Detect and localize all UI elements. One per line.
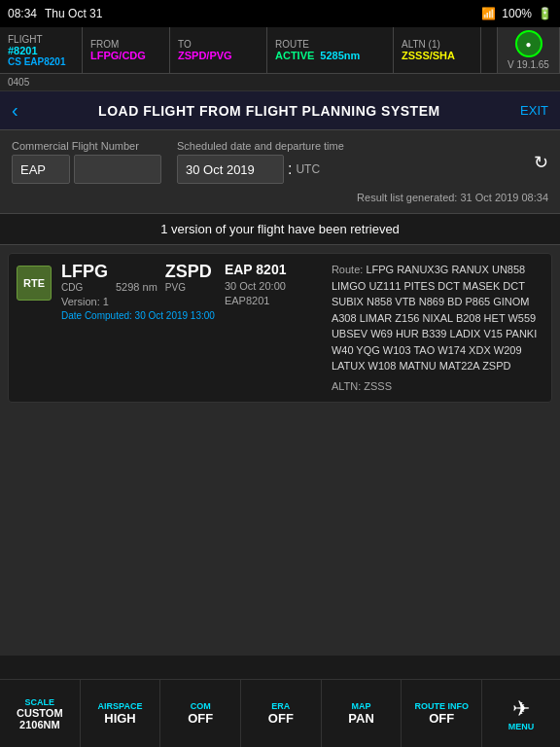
altn-value: ZSSS/SHA: [402, 50, 472, 61]
airspace-button[interactable]: AIRSPACE HIGH: [81, 680, 161, 747]
flight-callsign: CS EAP8201: [8, 56, 74, 67]
status-day: Thu Oct 31: [45, 7, 102, 20]
flight-bar: FLIGHT #8201 CS EAP8201 FROM LFPG/CDG TO…: [0, 27, 560, 74]
altn-detail: ALTN: ZSSS: [332, 378, 543, 395]
origin-code: LFPG: [61, 262, 108, 282]
map-label: MAP: [352, 701, 371, 711]
to-label: TO: [178, 39, 259, 50]
era-button[interactable]: ERA OFF: [241, 680, 322, 747]
from-cell: FROM LFPG/CDG: [83, 27, 170, 73]
date-computed: Date Computed: 30 Oct 2019 13:00: [61, 310, 215, 321]
header-bar: ‹ LOAD FLIGHT FROM FLIGHT PLANNING SYSTE…: [0, 91, 560, 130]
main-content: ‹ LOAD FLIGHT FROM FLIGHT PLANNING SYSTE…: [0, 91, 560, 656]
flight-label: FLIGHT: [8, 34, 74, 45]
com-value: OFF: [188, 711, 213, 726]
result-callsign: EAP8201: [225, 295, 322, 306]
route-distance: 5285nm: [320, 50, 360, 61]
back-button[interactable]: ‹: [12, 99, 18, 122]
search-form: Commercial Flight Number Scheduled date …: [0, 130, 560, 214]
scroll-indicator: 0405: [8, 77, 29, 88]
scale-label: SCALE: [25, 697, 55, 707]
map-value: PAN: [348, 711, 373, 726]
flight-number: #8201: [8, 45, 74, 56]
dest-sub: PVG: [165, 282, 212, 293]
airspace-label: AIRSPACE: [98, 701, 143, 711]
callsign-input[interactable]: [12, 155, 70, 184]
status-message: 1 version of your flight have been retri…: [0, 214, 560, 245]
status-time: 08:34: [8, 7, 37, 20]
route-distance: 5298 nm: [116, 281, 158, 293]
version-circle-icon: ●: [515, 30, 542, 57]
refresh-button[interactable]: ↻: [534, 152, 548, 173]
altn-cell: ALTN (1) ZSSS/SHA: [394, 27, 481, 73]
route-detail-label: Route:: [332, 264, 363, 275]
menu-label: MENU: [508, 722, 535, 731]
route-status: ACTIVE: [275, 50, 314, 61]
to-cell: TO ZSPD/PVG: [170, 27, 267, 73]
route-info-button[interactable]: ROUTE INFO OFF: [402, 680, 482, 747]
from-label: FROM: [90, 39, 161, 50]
route-cell: ROUTE ACTIVE 5285nm: [267, 27, 394, 73]
date-input[interactable]: [177, 155, 284, 184]
wifi-icon: 📶: [481, 7, 496, 20]
com-label: COM: [191, 701, 211, 711]
battery-text: 100%: [502, 7, 532, 20]
map-button[interactable]: MAP PAN: [322, 680, 402, 747]
bottom-toolbar: SCALE CUSTOM2106NM AIRSPACE HIGH COM OFF…: [0, 679, 560, 747]
utc-label: UTC: [296, 162, 320, 176]
scale-value: CUSTOM2106NM: [17, 707, 62, 730]
flight-number-field-group: Commercial Flight Number: [12, 140, 161, 184]
flight-route-detail: Route: LFPG RANUX3G RANUX UN858 LIMGO UZ…: [332, 262, 543, 394]
route-detail-text: LFPG RANUX3G RANUX UN858 LIMGO UZ111 PIT…: [332, 264, 537, 372]
flight-detail-center: EAP 8201 30 Oct 20:00 EAP8201: [225, 262, 322, 394]
from-value: LFPG/CDG: [90, 50, 161, 61]
route-info-label: ROUTE INFO: [414, 701, 469, 711]
flight-detail-left: LFPG CDG 5298 nm ZSPD PVG Version: 1 Dat…: [61, 262, 215, 394]
status-bar: 08:34 Thu Oct 31 📶 100% 🔋: [0, 0, 560, 27]
flight-number-input[interactable]: [74, 155, 161, 184]
battery-icon: 🔋: [538, 7, 552, 20]
route-info-value: OFF: [429, 711, 454, 726]
menu-plane-icon: ✈: [512, 696, 530, 722]
result-flight-number: EAP 8201: [225, 262, 322, 277]
result-list-text: Result list generated: 31 Oct 2019 08:34: [357, 192, 548, 203]
route-label: ROUTE: [275, 39, 385, 50]
com-button[interactable]: COM OFF: [160, 680, 241, 747]
era-value: OFF: [268, 711, 294, 726]
scale-button[interactable]: SCALE CUSTOM2106NM: [0, 680, 81, 747]
scroll-bar: 0405: [0, 74, 560, 91]
altn-label: ALTN (1): [402, 39, 472, 50]
flight-info-cell: FLIGHT #8201 CS EAP8201: [0, 27, 83, 73]
scheduled-date-label: Scheduled date and departure time: [177, 140, 344, 152]
era-label: ERA: [271, 701, 290, 711]
to-value: ZSPD/PVG: [178, 50, 259, 61]
version-cell: ● V 19.1.65: [497, 27, 560, 73]
date-time-field-group: Scheduled date and departure time : UTC: [177, 140, 344, 184]
origin-sub: CDG: [61, 282, 108, 293]
result-flight-date: 30 Oct 20:00: [225, 280, 322, 292]
page-title: LOAD FLIGHT FROM FLIGHT PLANNING SYSTEM: [98, 103, 440, 119]
airports-row: LFPG CDG 5298 nm ZSPD PVG: [61, 262, 215, 293]
flight-result-card[interactable]: RTE LFPG CDG 5298 nm ZSPD PVG Version: 1…: [8, 253, 552, 403]
result-version: Version: 1: [61, 296, 215, 307]
menu-button[interactable]: ✈ MENU: [482, 680, 560, 747]
rte-badge: RTE: [17, 266, 52, 301]
airspace-value: HIGH: [104, 711, 136, 726]
dest-code: ZSPD: [165, 262, 212, 282]
time-colon: :: [288, 160, 292, 178]
version-label: V 19.1.65: [508, 59, 549, 70]
commercial-flight-label: Commercial Flight Number: [12, 140, 161, 152]
exit-button[interactable]: EXIT: [520, 103, 548, 118]
